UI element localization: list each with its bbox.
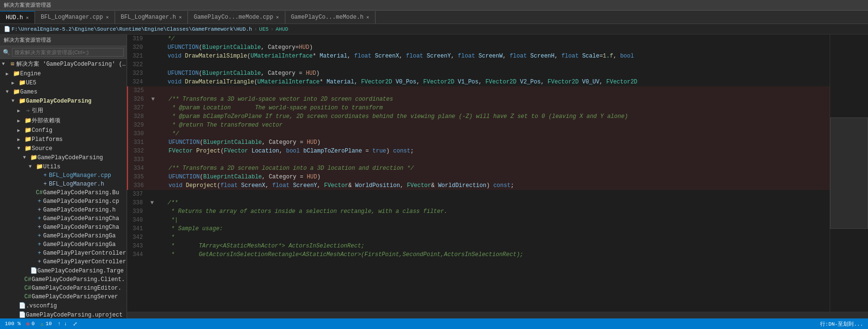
sidebar-item-gcp-h[interactable]: ▶ + GamePlayCodeParsing.h	[0, 206, 127, 214]
tab-gameplay-mode-h[interactable]: GamePlayCo...meMode.h ✕	[285, 11, 375, 24]
search-input[interactable]	[12, 48, 124, 57]
sidebar-item-bfl-cpp[interactable]: ▶ + BFL_LogManager.cpp	[0, 171, 127, 180]
sidebar-item-label: GamePlayCodeParsing.Bu	[43, 189, 127, 196]
sidebar-item-label: GamePlayCodeParsing.cp	[43, 198, 127, 205]
sidebar-search: 🔍	[0, 46, 127, 59]
sidebar-item-gameplaycodeparse[interactable]: ▼ 📁 GamePlayCodeParsing	[0, 96, 127, 106]
sidebar-item-gcp-cha2[interactable]: ▶ + GamePlayCodeParsingCha	[0, 223, 127, 232]
status-diff-icon[interactable]: ⤢	[73, 321, 77, 327]
table-row: 342 *	[127, 233, 830, 242]
sidebar-item-label: GamePlayCodeParsingGa	[43, 233, 127, 239]
chevron-down-icon: ▼	[2, 61, 9, 67]
line-content	[155, 190, 830, 199]
title-bar-text: 解决方案资源管理器	[4, 1, 51, 9]
sidebar-item-bfl-h[interactable]: ▶ + BFL_LogManager.h	[0, 180, 127, 188]
sidebar-item-uproject[interactable]: ▶ 📄 GamePlayCodeParsing.uproject	[0, 310, 127, 318]
line-number: 336	[128, 181, 150, 190]
line-number: 325	[128, 86, 150, 95]
sidebar-item-label: GamePlayPlayerController	[43, 258, 127, 265]
code-editor[interactable]: 319 */320 UFUNCTION(BlueprintCallable, C…	[127, 35, 830, 312]
line-content: UFUNCTION(BlueprintCallable, Category=HU…	[155, 43, 830, 52]
status-right-text[interactable]: 行:DN-至划到...	[820, 320, 863, 328]
sidebar-item-gcp-cp[interactable]: ▶ + GamePlayCodeParsing.cp	[0, 197, 127, 206]
sidebar-item-editor[interactable]: ▶ C# GamePlayCodeParsingEditor.	[0, 284, 127, 293]
tab-bar: HUD.h ✕ BFL_LogManager.cpp ✕ BFL_LogMana…	[0, 11, 868, 24]
file-path-text: F:\UnrealEngine-5.2\Engine\Source\Runtim…	[12, 26, 252, 32]
sidebar-item-server[interactable]: ▶ C# GamePlayCodeParsingServer	[0, 293, 127, 301]
sidebar-item-gcp-ga2[interactable]: ▶ + GamePlayCodeParsingGa	[0, 240, 127, 249]
folder-icon: 📁	[30, 154, 37, 161]
tab-close-icon[interactable]: ✕	[276, 14, 279, 20]
line-number: 328	[128, 112, 150, 121]
arrows-text: ↑ ↓	[58, 321, 67, 327]
table-row: 333	[127, 155, 830, 164]
line-content: UFUNCTION(BlueprintCallable, Category = …	[156, 173, 830, 181]
line-number: 327	[128, 104, 150, 112]
status-errors[interactable]: ⊗ 0	[26, 321, 35, 327]
tab-gameplay-mode-cpp[interactable]: GamePlayCo...meMode.cpp ✕	[188, 11, 285, 24]
sidebar-item-games[interactable]: ▼ 📁 Games	[0, 87, 127, 96]
tab-close-icon[interactable]: ✕	[106, 14, 109, 20]
status-zoom[interactable]: 100 %	[5, 321, 21, 327]
folder-icon: 📁	[18, 79, 26, 86]
sidebar-item-gpc[interactable]: ▶ + GamePlayPlayerController	[0, 249, 127, 258]
main-area: 解决方案资源管理器 🔍 ▼ ⊞ 解决方案 'GamePlayCodeParsin…	[0, 35, 868, 318]
table-row: 328 * @param bClampToZeroPlane If true, …	[127, 112, 830, 121]
sidebar-item-gcp-cha[interactable]: ▶ + GamePlayCodeParsingCha	[0, 214, 127, 223]
line-content: /** Transforms a 3D world-space vector i…	[156, 95, 830, 104]
sidebar-item-config[interactable]: ▶ 📁 Config	[0, 126, 127, 135]
tab-label: GamePlayCo...meMode.h	[291, 14, 364, 21]
sidebar-item-target[interactable]: ▶ 📄 GamePlayCodeParsing.Targe	[0, 266, 127, 275]
tab-bfl-h[interactable]: BFL_LogManager.h ✕	[115, 11, 188, 24]
sidebar-item-label: BFL_LogManager.cpp	[49, 172, 127, 179]
table-row: 340 *|	[127, 216, 830, 224]
sidebar-item-vsconfig[interactable]: ▶ 📄 .vsconfig	[0, 301, 127, 310]
minimap-slider[interactable]	[830, 118, 868, 228]
line-content: UFUNCTION(BlueprintCallable, Category = …	[156, 138, 830, 147]
sidebar-item-gcp2[interactable]: ▼ 📁 GamePlayCodeParsing	[0, 153, 127, 162]
sidebar-item-platforms[interactable]: ▶ 📁 Platforms	[0, 135, 127, 144]
tab-hud-h[interactable]: HUD.h ✕	[0, 11, 35, 24]
sidebar-item-gpc2[interactable]: ▶ + GamePlayPlayerController	[0, 258, 127, 266]
tab-close-icon[interactable]: ✕	[366, 14, 369, 20]
status-warnings[interactable]: ⚠ 10	[40, 321, 52, 327]
sidebar-item-label: Source	[32, 145, 127, 152]
line-content: *	[155, 233, 830, 242]
table-row: 325	[127, 86, 830, 95]
sidebar-item-label: Utils	[43, 164, 127, 170]
sidebar-item-external[interactable]: ▶ 📁 外部依赖项	[0, 116, 127, 126]
tab-bfl-cpp[interactable]: BFL_LogManager.cpp ✕	[35, 11, 115, 24]
line-content: void Deproject(float ScreenX, float Scre…	[156, 181, 830, 190]
sidebar-item-source[interactable]: ▼ 📁 Source	[0, 144, 127, 153]
sidebar-item-refs[interactable]: ▶ ⇒ 引用	[0, 106, 127, 116]
table-row: 341 * Sample usage:	[127, 224, 830, 233]
fold-indicator: ▼	[150, 95, 156, 104]
sidebar-item-client[interactable]: ▶ C# GamePlayCodeParsing.Client.	[0, 275, 127, 284]
tab-close-icon[interactable]: ✕	[26, 15, 29, 21]
sidebar-item-solution[interactable]: ▼ ⊞ 解决方案 'GamePlayCodeParsing' (78 个项	[0, 59, 127, 69]
table-row: 327 * @param Location The world-space po…	[127, 104, 830, 112]
cs-file-icon: C#	[24, 285, 32, 292]
status-arrows[interactable]: ↑ ↓	[58, 321, 67, 327]
sidebar-item-gcp-bu[interactable]: ▶ C# GamePlayCodeParsing.Bu	[0, 188, 127, 197]
line-number: 338	[127, 199, 149, 207]
sidebar-item-utils[interactable]: ▼ 📁 Utils	[0, 162, 127, 171]
folder-icon: 📁	[24, 145, 32, 152]
sidebar-item-label: GamePlayCodeParsingEditor.	[32, 285, 127, 292]
table-row: 336 void Deproject(float ScreenX, float …	[127, 181, 830, 190]
tab-close-icon[interactable]: ✕	[179, 14, 182, 20]
chevron-down-icon: ▼	[12, 98, 18, 104]
sidebar-item-gcp-ga[interactable]: ▶ + GamePlayCodeParsingGa	[0, 232, 127, 240]
sidebar-item-label: BFL_LogManager.h	[49, 181, 127, 188]
sidebar-item-ue5[interactable]: ▶ 📁 UE5	[0, 78, 127, 87]
h-file-icon: +	[41, 181, 49, 188]
sidebar-item-engine[interactable]: ▶ 📁 Engine	[0, 69, 127, 78]
scroll-bar-bottom[interactable]	[127, 312, 868, 318]
line-number: 335	[128, 173, 150, 181]
chevron-down-icon: ▼	[17, 146, 24, 151]
error-count: 0	[32, 321, 35, 327]
status-left: 100 % ⊗ 0 ⚠ 10 ↑ ↓ ⤢	[5, 321, 812, 327]
table-row: 335 UFUNCTION(BlueprintCallable, Categor…	[127, 173, 830, 181]
tab-label: HUD.h	[6, 14, 23, 21]
line-content: FVector Project(FVector Location, bool b…	[156, 147, 830, 155]
